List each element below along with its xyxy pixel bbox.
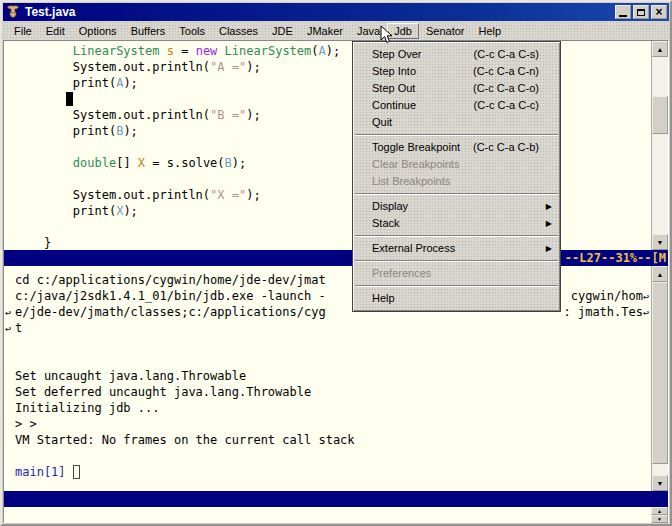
maximize-icon: [637, 9, 645, 16]
text-token: [217, 44, 224, 58]
menu-item-stack[interactable]: Stack▶: [354, 215, 559, 232]
jdb-dropdown-menu[interactable]: Step Over(C-c C-a C-s)Step Into(C-c C-a …: [352, 41, 561, 312]
menu-item-label: List Breakpoints: [372, 173, 450, 190]
maximize-button[interactable]: [633, 5, 649, 19]
scroll-up-button[interactable]: ▲: [652, 41, 668, 57]
shell-scrollbar[interactable]: ▲ ▼: [651, 266, 668, 491]
shell-scrollbar-thumb[interactable]: [652, 282, 668, 464]
menubar-item-edit[interactable]: Edit: [39, 23, 72, 39]
menu-separator: [355, 260, 558, 262]
text-token: Initializing jdb ...: [15, 401, 160, 415]
text-token: System.out.println(: [15, 188, 210, 202]
text-token-cursor: [66, 92, 73, 106]
menubar-item-jmaker[interactable]: JMaker: [300, 23, 350, 39]
menu-item-continue[interactable]: Continue(C-c C-a C-c): [354, 97, 559, 114]
text-token-variable: X: [138, 156, 145, 170]
menu-item-step-out[interactable]: Step Out(C-c C-a C-o): [354, 80, 559, 97]
menu-item-shortcut: (C-c C-a C-b): [473, 139, 553, 156]
shell-line: Set uncaught java.lang.Throwable: [15, 368, 651, 384]
menu-separator: [355, 134, 558, 136]
text-token-type: LinearSystem: [73, 44, 160, 58]
submenu-arrow-icon: ▶: [546, 215, 552, 232]
menu-item-label: Toggle Breakpoint: [372, 139, 460, 156]
modeline-top: --(Unix)-- Test.java (JDE Filladapt --L2…: [4, 250, 668, 266]
text-token-string: "B =": [210, 108, 246, 122]
menubar-item-options[interactable]: Options: [72, 23, 124, 39]
echo-area[interactable]: [4, 507, 668, 522]
text-token-hollow: [73, 465, 80, 479]
text-token: print(: [15, 124, 116, 138]
editor-scrollbar[interactable]: ▲ ▼: [651, 41, 668, 250]
menu-item-label: Quit: [372, 114, 392, 131]
modeline-top-right: --L27--31%--[M: [565, 250, 666, 266]
menubar-item-jde[interactable]: JDE: [265, 23, 300, 39]
editor-scrollbar-thumb[interactable]: [652, 96, 668, 134]
menu-item-toggle-breakpoint[interactable]: Toggle Breakpoint(C-c C-a C-b): [354, 139, 559, 156]
modeline-bottom: -1\** *debugjmath.Test* (Comint:run Fill…: [4, 491, 668, 507]
text-token-keyword: new: [196, 44, 218, 58]
menu-item-external-process[interactable]: External Process▶: [354, 240, 559, 257]
menu-item-label: Step Into: [372, 63, 416, 80]
shell-line: main[1]: [15, 464, 651, 480]
text-token: }: [15, 236, 51, 250]
scroll-up-icon: ▲: [657, 46, 664, 53]
scroll-down-button[interactable]: ▼: [651, 515, 668, 523]
text-token: );: [123, 76, 137, 90]
minimize-icon: [619, 15, 627, 17]
text-token: [160, 44, 167, 58]
text-token: cygwin/hom: [571, 289, 643, 303]
scroll-down-button[interactable]: ▼: [652, 234, 668, 250]
wrapped-line-fragment: cygwin/hom↩: [571, 288, 649, 305]
menu-item-step-into[interactable]: Step Into(C-c C-a C-n): [354, 63, 559, 80]
menu-item-shortcut: (C-c C-a C-s): [474, 46, 553, 63]
menubar-item-buffers[interactable]: Buffers: [124, 23, 173, 39]
menubar-item-tools[interactable]: Tools: [172, 23, 212, 39]
menubar-item-classes[interactable]: Classes: [212, 23, 265, 39]
scroll-down-button[interactable]: ▼: [652, 475, 668, 491]
text-token: [15, 44, 73, 58]
shell-line: > >: [15, 416, 651, 432]
menu-item-step-over[interactable]: Step Over(C-c C-a C-s): [354, 46, 559, 63]
text-token: );: [246, 60, 260, 74]
text-token: > >: [15, 417, 37, 431]
text-token-constant: A: [319, 44, 326, 58]
menu-item-label: Clear Breakpoints: [372, 156, 459, 173]
text-token: []: [116, 156, 138, 170]
menubar[interactable]: FileEditOptionsBuffersToolsClassesJDEJMa…: [3, 21, 669, 40]
menu-item-preferences: Preferences: [354, 265, 559, 282]
text-token: );: [246, 188, 260, 202]
text-token: );: [232, 156, 246, 170]
menu-item-label: Step Out: [372, 80, 415, 97]
text-token: );: [326, 44, 340, 58]
line-wrap-icon: ↩: [5, 321, 11, 337]
menu-item-quit[interactable]: Quit: [354, 114, 559, 131]
shell-line: Initializing jdb ...: [15, 400, 651, 416]
close-button[interactable]: ×: [651, 5, 667, 19]
text-token: );: [123, 204, 137, 218]
window-title: Test.java: [25, 5, 613, 19]
menu-item-display[interactable]: Display▶: [354, 198, 559, 215]
shell-line: ↩t: [15, 320, 651, 336]
menu-item-label: Stack: [372, 215, 400, 232]
menu-item-list-breakpoints: List Breakpoints: [354, 173, 559, 190]
text-token: [15, 92, 66, 106]
menu-item-help[interactable]: Help: [354, 290, 559, 307]
menu-item-shortcut: (C-c C-a C-o): [473, 80, 553, 97]
scroll-up-button[interactable]: ▲: [652, 266, 668, 282]
menubar-item-file[interactable]: File: [7, 23, 39, 39]
text-token: (: [311, 44, 318, 58]
minimize-button[interactable]: [615, 5, 631, 19]
scroll-up-button[interactable]: ▲: [651, 507, 668, 515]
text-token: );: [123, 124, 137, 138]
shell-line: [15, 448, 651, 464]
menubar-item-senator[interactable]: Senator: [419, 23, 472, 39]
text-token: e/jde-dev/jmath/classes;c:/applications/…: [15, 305, 326, 319]
emacs-gnu-icon: [5, 4, 21, 20]
text-token: Set uncaught java.lang.Throwable: [15, 369, 246, 383]
text-token: cd c:/applications/cygwin/home/jde-dev/j…: [15, 273, 326, 287]
menubar-item-help[interactable]: Help: [471, 23, 508, 39]
text-token: System.out.println(: [15, 108, 210, 122]
minibuffer-scrollbar[interactable]: ▲ ▼: [651, 507, 668, 524]
menu-separator: [355, 235, 558, 237]
text-token: =: [174, 44, 196, 58]
